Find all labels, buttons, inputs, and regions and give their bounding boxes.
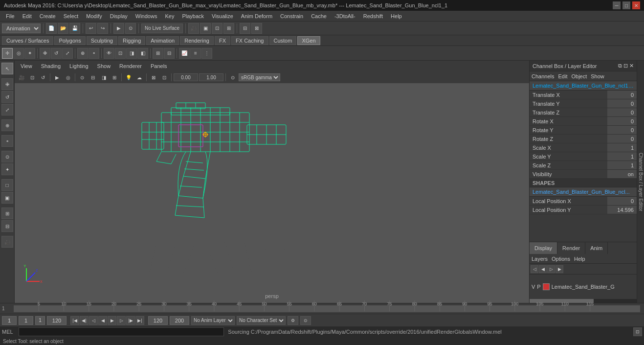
measure-btn[interactable]: ⊙	[1, 151, 13, 162]
vp-menu-shading[interactable]: Shading	[37, 63, 65, 69]
menu-file[interactable]: File	[2, 12, 19, 20]
layer-name[interactable]: Lematec_Sand_Blaster_G	[552, 284, 635, 290]
display-button[interactable]: ⊞	[223, 23, 234, 34]
render-button[interactable]: ▣	[200, 23, 211, 34]
close-button[interactable]: ✕	[632, 1, 640, 9]
minimize-button[interactable]: ─	[613, 1, 621, 9]
frame-display-input[interactable]	[19, 316, 33, 325]
go-start-btn[interactable]: |◀	[70, 316, 79, 325]
menu-constrain[interactable]: Constrain	[276, 12, 307, 20]
le-menu-options[interactable]: Options	[552, 256, 570, 262]
snap-to-point-btn[interactable]: ⊟	[1, 220, 13, 232]
translate-z-value[interactable]: 0	[607, 108, 637, 116]
menu-display[interactable]: Display	[106, 12, 132, 20]
channel-box-float-btn[interactable]: ⧉	[618, 63, 622, 69]
anim-layer-selector[interactable]: No Anim Layer	[191, 316, 235, 325]
cb-menu-show[interactable]: Show	[591, 73, 604, 79]
layer-playback-check[interactable]: P	[537, 284, 540, 290]
rotate-z-value[interactable]: 0	[607, 135, 637, 143]
lasso-select-btn[interactable]: ◎	[13, 48, 24, 59]
workspace-rigging[interactable]: Rigging	[118, 36, 145, 45]
translate-x-input[interactable]	[174, 73, 198, 81]
translate-y-value[interactable]: 0	[607, 99, 637, 108]
le-nav-left-btn[interactable]: ◁	[531, 265, 538, 273]
menu-cache[interactable]: Cache	[307, 12, 331, 20]
paint-select-btn[interactable]: ✦	[24, 48, 35, 59]
menu-select[interactable]: Select	[60, 12, 83, 20]
universal-manip-btn[interactable]: ⊕	[77, 48, 88, 59]
translate-x-value[interactable]: 0	[607, 91, 637, 99]
maximize-button[interactable]: □	[622, 1, 630, 9]
module-selector[interactable]: Animation	[2, 23, 41, 33]
scale-x-value[interactable]: 1	[607, 143, 637, 152]
max-frame-input[interactable]	[148, 316, 168, 325]
gamma-selector[interactable]: sRGB gamma	[239, 73, 280, 81]
vp-menu-lighting[interactable]: Lighting	[66, 63, 92, 69]
workspace-custom[interactable]: Custom	[269, 36, 297, 45]
play-fwd-btn[interactable]: ▶	[108, 316, 116, 325]
menu-key[interactable]: Key	[161, 12, 178, 20]
scale-z-value[interactable]: 1	[607, 161, 637, 169]
local-pos-y-value[interactable]: 14.596	[607, 206, 637, 214]
select-tool-btn[interactable]: ✛	[2, 48, 13, 59]
grid-vis-btn[interactable]: ⊠	[149, 72, 158, 82]
workspace-curves[interactable]: Curves / Surfaces	[2, 36, 53, 45]
anim-prefs-btn[interactable]: ⚙	[288, 316, 298, 325]
menu-anim-deform[interactable]: Anim Deform	[237, 12, 276, 20]
lights-btn[interactable]: 💡	[124, 72, 133, 82]
isolate-btn[interactable]: ◎	[63, 72, 73, 82]
hud-btn[interactable]: ⊡	[159, 72, 169, 82]
menu-create[interactable]: Create	[36, 12, 60, 20]
workspace-fx-caching[interactable]: FX Caching	[231, 36, 268, 45]
snap-grid-button[interactable]: ⊟	[240, 23, 250, 34]
menu-3dtoall[interactable]: -3DtoAll-	[331, 12, 359, 20]
workspace-polygons[interactable]: Polygons	[54, 36, 85, 45]
menu-visualize[interactable]: Visualize	[208, 12, 237, 20]
poly-count-btn[interactable]: ⊞	[153, 48, 163, 59]
play-back-btn[interactable]: ◀	[98, 316, 107, 325]
workspace-xgen[interactable]: XGen	[297, 36, 320, 45]
color-settings-btn[interactable]: ⊙	[228, 72, 238, 82]
camera-button[interactable]: 🎥	[188, 23, 199, 34]
move-mode-btn[interactable]: ✙	[1, 78, 13, 90]
vp-menu-view[interactable]: View	[17, 63, 36, 69]
le-tab-anim[interactable]: Anim	[585, 242, 608, 254]
step-fwd-btn[interactable]: |▶	[126, 316, 135, 325]
select-button[interactable]: ▶	[113, 23, 124, 34]
le-nav-left2-btn[interactable]: ◀	[539, 265, 547, 273]
scale-mode-btn[interactable]: ⤢	[1, 104, 13, 115]
menu-help[interactable]: Help	[387, 12, 406, 20]
max-range-input[interactable]	[170, 316, 189, 325]
rotate-mode-btn[interactable]: ↺	[1, 91, 13, 103]
workspace-sculpting[interactable]: Sculpting	[87, 36, 117, 45]
cam-tumble-btn[interactable]: ↺	[38, 72, 48, 82]
cb-menu-object[interactable]: Object	[571, 73, 587, 79]
show-hide-btn[interactable]: 👁	[104, 48, 114, 59]
graph-editor-btn[interactable]: 📈	[179, 48, 190, 59]
camera-tools-btn[interactable]: 🎥	[1, 236, 13, 248]
visibility-value[interactable]: on	[607, 170, 637, 178]
cb-menu-channels[interactable]: Channels	[532, 73, 554, 79]
camera-home-btn[interactable]: 🎥	[17, 72, 26, 82]
select-cam-btn[interactable]: ▶	[52, 72, 62, 82]
shadows-btn[interactable]: ☁	[134, 72, 144, 82]
workspace-fx[interactable]: FX	[215, 36, 230, 45]
select-mode-btn[interactable]: ↖	[1, 63, 13, 74]
rotate-y-value[interactable]: 0	[607, 126, 637, 134]
script-editor-btn[interactable]: ⊡	[633, 327, 642, 336]
lasso-button[interactable]: ⊙	[125, 23, 136, 34]
viewport-canvas[interactable]: X Y Z persp	[15, 83, 529, 303]
vp-menu-panels[interactable]: Panels	[147, 63, 171, 69]
ipr-render-btn[interactable]: ▣	[1, 192, 13, 204]
local-pos-x-value[interactable]: 0	[607, 197, 637, 205]
scale-y-value[interactable]: 1	[607, 152, 637, 161]
trax-btn[interactable]: ⋮	[201, 48, 212, 59]
undo-button[interactable]: ↩	[86, 23, 96, 34]
soft-mod-btn[interactable]: ⚬	[1, 135, 13, 147]
go-end-btn[interactable]: ▶|	[135, 316, 144, 325]
dope-sheet-btn[interactable]: ≡	[190, 48, 201, 59]
menu-playback[interactable]: Playback	[178, 12, 208, 20]
menu-edit[interactable]: Edit	[19, 12, 36, 20]
rotate-x-value[interactable]: 0	[607, 117, 637, 125]
layer-visible-check[interactable]: V	[532, 284, 535, 290]
